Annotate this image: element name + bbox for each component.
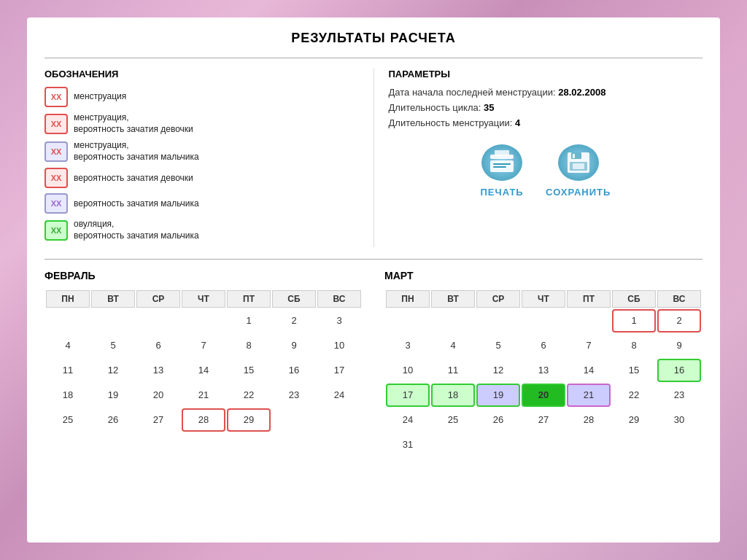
legend-box-menstruation: ХХ [44,87,68,107]
table-row: 20 [136,384,180,407]
svg-rect-11 [573,163,584,169]
params-cycle-length: Длительность цикла: 35 [389,102,703,113]
feb-week-5: 25 26 27 28 29 [46,408,361,432]
table-row: 21 [182,384,225,407]
table-row: 24 [386,408,430,432]
table-row: 29 [612,408,656,432]
table-row: 6 [136,334,180,357]
table-row: 23 [657,384,701,407]
print-icon [480,143,524,182]
table-row: 3 [317,309,361,332]
table-row: 13 [136,359,180,382]
feb-week-2: 4 5 6 7 8 9 10 [46,334,361,357]
table-row: 14 [182,359,225,382]
params-mens-length: Длительность менструации: 4 [389,117,703,128]
top-section: ОБОЗНАЧЕНИЯ ХХ менструация ХХ менструаци… [44,58,703,247]
params-title: ПАРАМЕТРЫ [389,69,703,79]
table-row: 27 [136,408,180,432]
mar-col-mon: ПН [386,290,430,308]
table-row [91,309,135,332]
table-row: 23 [272,384,316,407]
legend-text-boy-chance: вероятность зачатия мальчика [74,198,199,210]
params-last-date-value: 28.02.2008 [558,87,605,98]
table-row: 25 [46,408,90,432]
table-row: 4 [46,334,90,357]
feb-col-thu: ЧТ [182,290,225,308]
save-button[interactable]: СОХРАНИТЬ [546,143,611,198]
table-row: 24 [317,384,361,407]
legend-item-ovulation-boy: ХХ овуляция,вероятность зачатия мальчика [44,219,359,241]
legend-item-boy-chance: ХХ вероятность зачатия мальчика [44,193,359,214]
table-row: 9 [657,334,701,357]
table-row: 7 [567,334,611,357]
feb-col-mon: ПН [46,290,90,308]
legend-box-menstruation-boy: ХХ [44,141,68,162]
feb-col-tue: ВТ [91,290,135,308]
table-row: 15 [612,359,656,382]
params-last-date: Дата начала последней менструации: 28.02… [389,87,703,98]
feb-week-4: 18 19 20 21 22 23 24 [46,384,361,407]
table-row: 27 [522,408,565,432]
legend-item-menstruation-boy: ХХ менструация,вероятность зачатия мальч… [44,140,359,163]
table-row [567,433,611,456]
legend-text-ovulation-boy: овуляция,вероятность зачатия мальчика [74,219,199,241]
action-buttons: ПЕЧАТЬ [389,143,703,198]
svg-rect-5 [495,150,509,156]
table-row [386,309,430,332]
legend-box-menstruation-girl: ХХ [44,114,68,134]
mar-col-wed: СР [476,290,520,308]
mar-col-sat: СБ [612,290,656,308]
calendars-section: ФЕВРАЛЬ ПН ВТ СР ЧТ ПТ СБ ВС [44,259,703,458]
legend-text-menstruation: менструация [74,91,126,103]
table-row: 10 [317,334,361,357]
svg-rect-3 [493,163,511,165]
mar-day-16: 16 [657,359,701,382]
legend-text-menstruation-girl: менструация,вероятность зачатия девочки [74,112,193,135]
feb-col-sat: СБ [272,290,316,308]
table-row [317,408,361,432]
legend-item-menstruation: ХХ менструация [44,87,359,107]
legend-box-boy-chance: ХХ [44,193,68,214]
feb-day-28: 28 [182,408,225,432]
table-row [182,309,225,332]
mar-week-5: 24 25 26 27 28 29 30 [386,408,701,432]
legend-title: ОБОЗНАЧЕНИЯ [44,69,359,79]
february-header-row: ПН ВТ СР ЧТ ПТ СБ ВС [46,290,361,308]
params-cycle-label: Длительность цикла: [389,102,481,113]
print-button[interactable]: ПЕЧАТЬ [480,143,524,198]
table-row: 6 [522,334,565,357]
feb-week-1: 1 2 3 [46,309,361,332]
params-last-date-label: Дата начала последней менструации: [389,87,556,98]
params-mens-value: 4 [515,117,520,128]
params-cycle-value: 35 [484,102,494,113]
svg-rect-9 [573,154,575,158]
table-row: 31 [386,433,430,456]
march-title: МАРТ [384,270,703,281]
page-title: РЕЗУЛЬТАТЫ РАСЧЕТА [44,31,703,46]
legend-box-girl-chance: ХХ [44,168,68,188]
table-row: 4 [431,334,475,357]
mar-week-1: 1 2 [386,309,701,332]
table-row [612,433,656,456]
table-row: 16 [272,359,316,382]
table-row: 5 [476,334,520,357]
legend-section: ОБОЗНАЧЕНИЯ ХХ менструация ХХ менструаци… [44,69,374,247]
table-row: 13 [522,359,565,382]
table-row: 26 [476,408,520,432]
table-row: 18 [46,384,90,407]
mar-day-21: 21 [567,384,611,407]
table-row: 11 [46,359,90,382]
table-row: 2 [272,309,316,332]
table-row: 7 [182,334,225,357]
table-row: 12 [91,359,135,382]
mar-week-4: 17 18 19 20 21 22 23 [386,384,701,407]
mar-day-18: 18 [431,384,475,407]
table-row: 1 [227,309,271,332]
mar-col-sun: ВС [657,290,701,308]
legend-box-ovulation-boy: ХХ [44,220,68,241]
table-row: 14 [567,359,611,382]
table-row: 25 [431,408,475,432]
table-row [136,309,180,332]
mar-week-6: 31 [386,433,701,456]
table-row: 10 [386,359,430,382]
